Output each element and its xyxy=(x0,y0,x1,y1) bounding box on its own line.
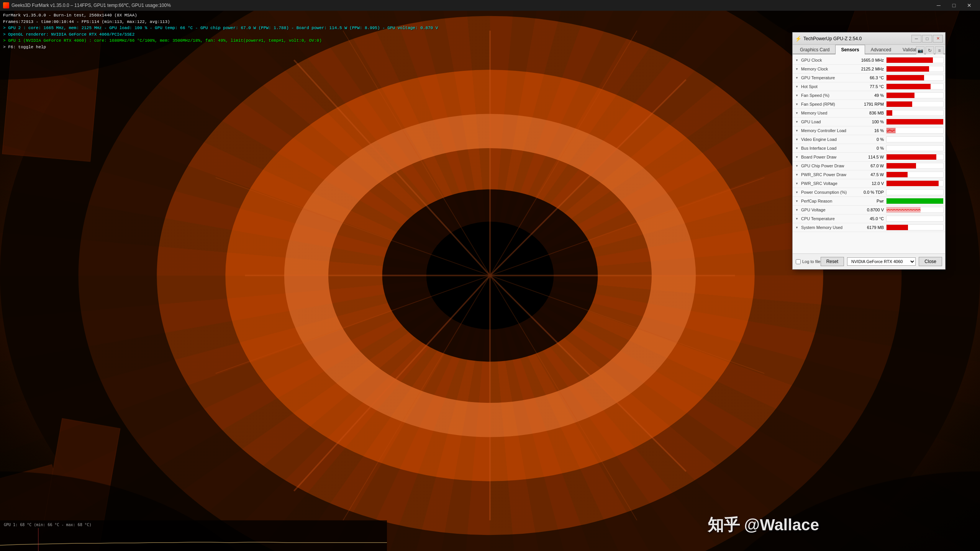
log-to-file-label[interactable]: Log to file xyxy=(796,259,821,264)
svg-line-18 xyxy=(490,276,764,374)
svg-line-20 xyxy=(343,276,490,521)
sensor-bar-container xyxy=(886,180,944,186)
gpuz-close-button[interactable]: ✕ xyxy=(933,35,943,43)
sensor-value: 0.0 % TDP xyxy=(859,190,886,195)
sensor-dropdown-button[interactable]: ▼ xyxy=(794,216,800,221)
sensor-name: ▼GPU Chip Power Draw xyxy=(794,163,859,168)
sensor-bar xyxy=(887,75,924,80)
info-line-1: FurMark v1.35.0.0 - Burn-in test, 2560x1… xyxy=(3,12,438,19)
sensor-dropdown-button[interactable]: ▼ xyxy=(794,225,800,230)
gpuz-toolbar: 📷 ↻ ≡ xyxy=(916,46,944,55)
sensor-dropdown-button[interactable]: ▼ xyxy=(794,181,800,186)
sensor-bar-container xyxy=(886,172,944,178)
sensor-bar xyxy=(887,181,939,186)
furmark-info-overlay: FurMark v1.35.0.0 - Burn-in test, 2560x1… xyxy=(3,12,438,50)
sensor-row: ▼Bus Interface Load0 % xyxy=(793,144,945,153)
watermark-text: 知乎 @Wallace xyxy=(708,514,819,536)
sensor-bar xyxy=(887,84,931,89)
furmark-title-text: Geeks3D FurMark v1.35.0.0 – 114FPS, GPU1… xyxy=(11,3,931,8)
sensor-row: ▼PWR_SRC Power Draw47.5 W xyxy=(793,170,945,179)
close-button[interactable]: ✕ xyxy=(962,0,977,11)
log-to-file-checkbox[interactable] xyxy=(796,259,801,264)
sensor-dropdown-button[interactable]: ▼ xyxy=(794,66,800,72)
sensor-dropdown-button[interactable]: ▼ xyxy=(794,84,800,89)
sensor-bar-container xyxy=(886,145,944,151)
sensor-row: ▼GPU Temperature66.3 °C xyxy=(793,74,945,82)
gpuz-bottom-bar: Log to file Reset NVIDIA GeForce RTX 406… xyxy=(793,253,945,269)
sensor-row: ▼Fan Speed (%)49 % xyxy=(793,91,945,100)
svg-line-14 xyxy=(294,60,490,276)
svg-point-32 xyxy=(686,471,980,551)
sensor-dropdown-button[interactable]: ▼ xyxy=(794,93,800,98)
sensor-row: ▼GPU Load100 % xyxy=(793,118,945,126)
sensor-bar-container xyxy=(886,163,944,169)
sensor-dropdown-button[interactable]: ▼ xyxy=(794,75,800,80)
maximize-button[interactable]: □ xyxy=(946,0,962,11)
sensor-value: 16 % xyxy=(859,128,886,133)
sensor-dropdown-button[interactable]: ▼ xyxy=(794,190,800,195)
screenshot-button[interactable]: 📷 xyxy=(916,46,924,55)
sensor-dropdown-button[interactable]: ▼ xyxy=(794,57,800,63)
sensor-value: 67.0 W xyxy=(859,164,886,168)
tab-advanced[interactable]: Advanced xyxy=(865,45,897,54)
sensor-row: ▼Board Power Draw114.5 W xyxy=(793,153,945,162)
sensor-name: ▼Video Engine Load xyxy=(794,137,859,142)
gpuz-title-text: TechPowerUp GPU-Z 2.54.0 xyxy=(803,36,911,41)
sensor-bar-container xyxy=(886,189,944,195)
sensor-dropdown-button[interactable]: ▼ xyxy=(794,110,800,116)
gpuz-minimize-button[interactable]: ─ xyxy=(911,35,921,43)
sensor-bar-container xyxy=(886,224,944,231)
sensor-bar-container xyxy=(886,110,944,116)
sensor-row: ▼PerfCap ReasonPwr xyxy=(793,197,945,206)
svg-point-4 xyxy=(284,114,696,437)
sensor-dropdown-button[interactable]: ▼ xyxy=(794,128,800,133)
sensor-value: 1665.0 MHz xyxy=(859,58,886,62)
sensor-dropdown-button[interactable]: ▼ xyxy=(794,119,800,124)
reset-button[interactable]: Reset xyxy=(821,257,844,266)
sensor-dropdown-button[interactable]: ▼ xyxy=(794,101,800,107)
sensor-dropdown-button[interactable]: ▼ xyxy=(794,172,800,177)
sensor-row: ▼Fan Speed (RPM)1791 RPM xyxy=(793,100,945,109)
svg-line-10 xyxy=(490,276,686,472)
gpuz-tab-bar: Graphics Card Sensors Advanced Validatio… xyxy=(793,45,945,54)
info-line-5: > GPU 1 (NVIDIA GeForce RTX 4060) : core… xyxy=(3,38,438,44)
svg-point-1 xyxy=(79,0,902,551)
sensor-value: Pwr xyxy=(859,199,886,203)
sensor-dropdown-button[interactable]: ▼ xyxy=(794,207,800,213)
sensor-value: 0 % xyxy=(859,137,886,142)
sensor-name: ▼Board Power Draw xyxy=(794,154,859,160)
sensor-dropdown-button[interactable]: ▼ xyxy=(794,198,800,204)
sensor-dropdown-button[interactable]: ▼ xyxy=(794,137,800,142)
sensor-bar xyxy=(887,163,916,168)
bottom-close-button[interactable]: Close xyxy=(919,257,942,266)
gpuz-maximize-button[interactable]: □ xyxy=(922,35,932,43)
sensor-bar xyxy=(887,93,914,98)
tab-graphics-card[interactable]: Graphics Card xyxy=(794,45,835,54)
sensor-value: 2125.2 MHz xyxy=(859,67,886,71)
minimize-button[interactable]: ─ xyxy=(931,0,946,11)
sensor-bar-container xyxy=(886,83,944,90)
svg-line-12 xyxy=(294,276,490,491)
sensor-name: ▼GPU Clock xyxy=(794,57,859,63)
tab-sensors[interactable]: Sensors xyxy=(835,45,865,54)
sensor-value: 49 % xyxy=(859,93,886,98)
sensor-name: ▼CPU Temperature xyxy=(794,216,859,221)
sensor-bar xyxy=(887,101,912,107)
menu-button[interactable]: ≡ xyxy=(935,46,944,55)
svg-point-6 xyxy=(382,189,598,361)
sensor-dropdown-button[interactable]: ▼ xyxy=(794,154,800,160)
refresh-button[interactable]: ↻ xyxy=(926,46,934,55)
sensor-bar-container xyxy=(886,207,944,213)
svg-point-3 xyxy=(225,70,754,481)
sensor-dropdown-button[interactable]: ▼ xyxy=(794,146,800,151)
sensor-value: 77.5 °C xyxy=(859,84,886,89)
sensor-bar-container xyxy=(886,57,944,63)
sensor-bar xyxy=(887,154,936,160)
gpuz-icon xyxy=(795,36,801,42)
sensor-bar-container xyxy=(886,198,944,204)
sensor-name: ▼Power Consumption (%) xyxy=(794,190,859,195)
sensor-dropdown-button[interactable]: ▼ xyxy=(794,163,800,168)
gpu-select[interactable]: NVIDIA GeForce RTX 4060 xyxy=(847,257,916,266)
svg-line-16 xyxy=(490,31,637,276)
svg-line-19 xyxy=(490,276,637,521)
